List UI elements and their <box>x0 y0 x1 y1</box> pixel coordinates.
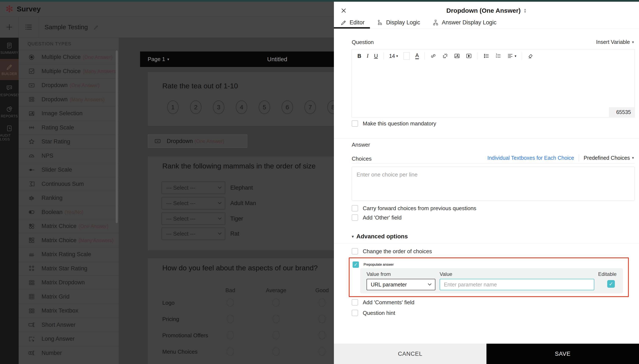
matrix-radio[interactable] <box>318 331 326 340</box>
individual-textboxes-link[interactable]: Individual Textboxes for Each Choice <box>487 155 574 161</box>
unlink-icon[interactable] <box>442 53 448 59</box>
add-page-button[interactable] <box>0 16 19 38</box>
qtype-star-rating[interactable]: Star Rating <box>19 134 119 149</box>
qtype-matrix-dropdown[interactable]: Matrix Dropdown <box>19 276 119 290</box>
qtype-matrix-rating-scale[interactable]: Matrix Rating Scale <box>19 247 119 262</box>
carry-forward-option[interactable]: Carry forward choices from previous ques… <box>352 204 476 212</box>
predefined-choices-dropdown[interactable]: Predefined Choices ▾ <box>584 155 634 161</box>
rating-option[interactable]: 3 <box>213 100 224 114</box>
question-hint-option[interactable]: Question hint <box>352 309 395 317</box>
font-size-dropdown[interactable]: 14▾ <box>389 53 398 59</box>
qtype-ranking[interactable]: Ranking <box>19 191 119 205</box>
qtype-short-answer[interactable]: Short Answer <box>19 318 119 332</box>
bold-button[interactable]: B <box>358 53 361 59</box>
matrix-radio[interactable] <box>227 347 234 356</box>
add-other-checkbox[interactable] <box>352 214 358 221</box>
value-from-select[interactable]: URL parameter <box>366 279 436 290</box>
qtype-dropdown-one[interactable]: Dropdown(One Answer) <box>19 78 119 92</box>
qtype-matrix-choice-one[interactable]: Matrix Choice(One Answer) <box>19 219 119 233</box>
qtype-nps[interactable]: NPS <box>19 149 119 163</box>
qtype-number[interactable]: Number <box>19 346 119 360</box>
matrix-radio[interactable] <box>272 298 280 307</box>
add-comments-option[interactable]: Add 'Comments' field <box>352 298 414 306</box>
font-color-button[interactable]: A <box>415 53 419 59</box>
qtype-boolean[interactable]: Boolean(Yes/No) <box>19 205 119 219</box>
page-list-button[interactable] <box>19 16 39 38</box>
bullet-list-icon[interactable] <box>483 53 490 59</box>
mandatory-option[interactable]: Make this question mandatory <box>352 119 436 128</box>
edit-title-pencil-icon[interactable] <box>93 24 99 30</box>
nav-reports[interactable]: REPORTS <box>0 101 19 122</box>
insert-variable-button[interactable]: Insert Variable ▾ <box>596 39 634 45</box>
nav-builder[interactable]: BUILDER <box>0 59 19 80</box>
qtype-dropdown-many[interactable]: Dropdown(Many Answers) <box>19 92 119 106</box>
numbered-list-icon[interactable] <box>495 53 502 59</box>
rating-option[interactable]: 1 <box>167 100 178 114</box>
qtype-matrix-textbox[interactable]: Matrix Textbox <box>19 304 119 318</box>
background-color-swatch[interactable] <box>404 52 410 60</box>
matrix-radio[interactable] <box>318 315 326 323</box>
eraser-icon[interactable] <box>528 53 534 59</box>
tab-display-logic[interactable]: Display Logic <box>377 19 420 26</box>
rank-select-tiger[interactable]: --- Select --- <box>162 212 225 225</box>
page-selector[interactable]: Page 1 ▾ <box>148 56 169 62</box>
save-button[interactable]: SAVE <box>486 344 639 364</box>
prepopulate-checkbox[interactable]: ✓ <box>352 262 359 268</box>
qtype-matrix-star-rating[interactable]: Matrix Star Rating <box>19 262 119 276</box>
tab-editor[interactable]: Editor <box>340 19 365 26</box>
qtype-image-selection[interactable]: Image Selection <box>19 106 119 120</box>
rating-option[interactable]: 6 <box>282 100 293 114</box>
qpanel-scrollbar[interactable] <box>116 50 118 223</box>
advanced-options-toggle[interactable]: ▾ Advanced options <box>352 232 408 241</box>
question-card-matrix[interactable]: How do you feel about the aspects of our… <box>148 258 334 364</box>
prepopulate-option[interactable]: ✓ Prepopulate answer <box>352 260 394 269</box>
question-card-rating[interactable]: Rate the tea out of 1-10 1 2 3 4 5 6 7 8 <box>148 72 334 126</box>
qtype-rating-scale[interactable]: Rating Scale <box>19 120 119 135</box>
matrix-radio[interactable] <box>272 315 280 323</box>
matrix-radio[interactable] <box>227 331 234 340</box>
add-comments-checkbox[interactable] <box>352 299 358 306</box>
qtype-matrix-choice-many[interactable]: Matrix Choice(Many Answers) <box>19 233 119 248</box>
change-order-option[interactable]: Change the order of choices <box>352 247 432 256</box>
editable-checkbox[interactable]: ✓ <box>607 280 615 288</box>
align-dropdown[interactable]: ▾ <box>507 53 516 59</box>
qtype-multiple-choice-one[interactable]: Multiple Choice(One Answer) <box>19 50 119 64</box>
page-bar[interactable]: Page 1 ▾ Untitled <box>140 52 334 67</box>
change-order-checkbox[interactable] <box>352 248 358 254</box>
nav-audit-logs[interactable]: AUDIT LOGS <box>0 122 19 144</box>
link-icon[interactable] <box>430 53 436 59</box>
carry-forward-checkbox[interactable] <box>352 205 358 212</box>
matrix-radio[interactable] <box>318 347 326 356</box>
tab-answer-display-logic[interactable]: Answer Display Logic <box>432 19 496 26</box>
insert-video-icon[interactable] <box>466 53 472 59</box>
insert-image-icon[interactable] <box>454 53 460 59</box>
rank-select-adult-man[interactable]: --- Select --- <box>162 197 225 209</box>
mandatory-checkbox[interactable] <box>352 120 358 127</box>
rating-option[interactable]: 7 <box>304 100 316 114</box>
question-card-ranking[interactable]: Rank the following mammals in the order … <box>148 156 334 250</box>
cancel-button[interactable]: CANCEL <box>334 344 486 364</box>
italic-button[interactable]: I <box>367 53 368 59</box>
matrix-radio[interactable] <box>227 298 234 307</box>
rating-option[interactable]: 4 <box>236 100 247 114</box>
dropdown-question-chip[interactable]: Dropdown(One Answer) <box>148 134 247 148</box>
rich-text-editor[interactable]: B I U 14▾ A ▾ <box>352 49 635 118</box>
nav-responses[interactable]: RESPONSES <box>0 80 19 101</box>
qtype-long-answer[interactable]: Long Answer <box>19 332 119 346</box>
matrix-radio[interactable] <box>227 315 234 323</box>
qtype-slider-scale[interactable]: Slider Scale <box>19 163 119 177</box>
underline-button[interactable]: U <box>374 53 378 59</box>
qtype-continuous-sum[interactable]: Continuous Sum <box>19 177 119 191</box>
rating-option[interactable]: 5 <box>259 100 270 114</box>
nav-summary[interactable]: SUMMARY <box>0 38 19 59</box>
qtype-matrix-grid[interactable]: Matrix Grid <box>19 290 119 304</box>
rank-select-rat[interactable]: --- Select --- <box>162 228 225 240</box>
rank-select-elephant[interactable]: --- Select --- <box>162 182 225 194</box>
question-hint-checkbox[interactable] <box>352 310 358 316</box>
rating-option[interactable]: 2 <box>190 100 202 114</box>
matrix-radio[interactable] <box>318 298 326 307</box>
matrix-radio[interactable] <box>272 347 280 356</box>
qtype-multiple-choice-many[interactable]: Multiple Choice(Many Answers) <box>19 64 119 78</box>
matrix-radio[interactable] <box>272 331 280 340</box>
add-other-option[interactable]: Add 'Other' field <box>352 213 402 222</box>
